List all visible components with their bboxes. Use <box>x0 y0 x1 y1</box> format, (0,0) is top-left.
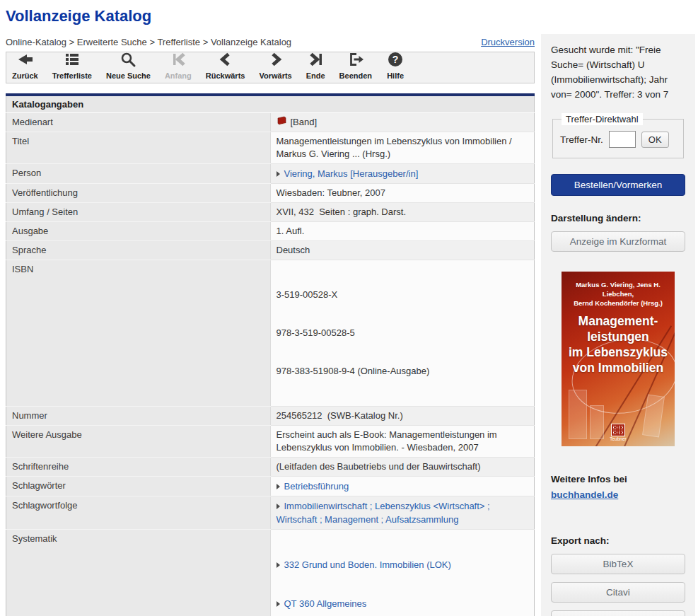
order-reserve-button[interactable]: Bestellen/Vormerken <box>551 174 685 196</box>
row-label: Systematik <box>6 530 271 616</box>
more-info-label: Weitere Infos bei <box>551 472 685 487</box>
treffer-nr-input[interactable] <box>609 131 636 148</box>
series-value: (Leitfaden des Baubetriebs und der Bauwi… <box>270 458 535 477</box>
toolbar-button-vorwaerts[interactable]: Vorwärts <box>259 51 291 80</box>
title-value: Managementleistungen im Lebenszyklus von… <box>270 132 535 164</box>
display-change-label: Darstellung ändern: <box>551 213 685 223</box>
toolbar-button-beenden[interactable]: Beenden <box>339 51 372 80</box>
search-summary: Gesucht wurde mit: "Freie Suche= (Wirtsc… <box>551 42 685 102</box>
isbn-line: 978-383-51908-9-4 (Online-Ausgabe) <box>277 365 529 378</box>
print-version-link[interactable]: Druckversion <box>481 37 535 47</box>
back-arrow-icon <box>16 51 34 71</box>
classification-link[interactable]: 332 Grund und Boden. Immobilien (LOK) <box>284 559 451 570</box>
catalog-row-ausgabe: Ausgabe 1. Aufl. <box>6 222 535 241</box>
direct-select-legend: Treffer-Direktwahl <box>562 113 643 125</box>
book-cover: Markus G. Viering, Jens H. Liebchen, Ber… <box>562 272 675 446</box>
row-label: Weitere Ausgabe <box>6 426 271 458</box>
breadcrumb: Online-Katalog > Erweiterte Suche > Tref… <box>6 37 291 47</box>
catalog-row-nummer: Nummer 254565212 (SWB-Katalog Nr.) <box>6 407 535 426</box>
search-icon <box>119 51 137 71</box>
isbn-line: 978-3-519-00528-5 <box>277 327 529 339</box>
row-label: Schlagwörter <box>6 477 271 496</box>
link-arrow-icon <box>277 601 280 607</box>
short-format-button[interactable]: Anzeige im Kurzformat <box>551 231 685 252</box>
catalog-row-systematik: Systematik 332 Grund und Boden. Immobili… <box>6 530 535 616</box>
subject-link[interactable]: Betriebsführung <box>284 481 349 492</box>
catalog-table: Katalogangaben Medienart [Band] Titel Ma… <box>6 96 535 616</box>
previous-icon <box>216 51 235 71</box>
breadcrumb-row: Online-Katalog > Erweiterte Suche > Tref… <box>6 37 535 47</box>
export-label: Export nach: <box>551 535 685 546</box>
direct-select-fieldset: Treffer-Direktwahl Treffer-Nr. OK <box>552 113 684 158</box>
catalog-row-person: Person Viering, Markus [Herausgeber/in] <box>6 164 535 184</box>
row-label: ISBN <box>6 260 271 407</box>
row-label: Umfang / Seiten <box>6 203 271 222</box>
row-label: Medienart <box>6 113 271 132</box>
toolbar-button-neue-suche[interactable]: Neue Suche <box>106 51 151 80</box>
row-label: Ausgabe <box>6 222 271 241</box>
edition-value: 1. Aufl. <box>270 222 535 241</box>
page-title: Vollanzeige Katalog <box>6 7 535 25</box>
toolbar-button-rueckwaerts[interactable]: Rückwärts <box>206 51 245 80</box>
toolbar-button-anfang: Anfang <box>165 51 192 80</box>
exit-icon <box>347 51 365 71</box>
language-value: Deutsch <box>270 241 535 260</box>
row-label: Schriftenreihe <box>6 458 271 477</box>
row-label: Sprache <box>6 241 271 260</box>
catalog-row-sprache: Sprache Deutsch <box>6 241 535 260</box>
row-label: Person <box>6 164 271 184</box>
toolbar-button-zurueck[interactable]: Zurück <box>12 51 38 80</box>
catalog-row-medienart: Medienart [Band] <box>6 113 535 132</box>
catalog-row-isbn: ISBN 3-519-00528-X 978-3-519-00528-5 978… <box>6 260 535 407</box>
catalog-row-weitere-ausgabe: Weitere Ausgabe Erscheint auch als E-Boo… <box>6 426 535 458</box>
buchhandel-link[interactable]: buchhandel.de <box>551 489 618 500</box>
publisher-logo: Teubner <box>609 424 627 442</box>
subject-chain-link[interactable]: Immobilienwirtschaft ; Lebenszyklus <Wir… <box>277 501 493 525</box>
link-arrow-icon <box>277 171 280 177</box>
catalog-section-header: Katalogangaben <box>6 96 535 113</box>
isbn-line: 3-519-00528-X <box>277 289 529 301</box>
export-citavi-button[interactable]: Citavi <box>551 582 685 603</box>
row-label: Titel <box>6 132 271 164</box>
sidebar: Gesucht wurde mit: "Freie Suche= (Wirtsc… <box>541 34 695 616</box>
ok-button[interactable]: OK <box>641 132 669 148</box>
classification-link[interactable]: QT 360 Allgemeines <box>284 598 367 609</box>
extent-value: XVII, 432 Seiten : graph. Darst. <box>270 203 535 222</box>
row-label: Schlagwortfolge <box>6 496 271 530</box>
main-content: Vollanzeige Katalog Online-Katalog > Erw… <box>6 0 535 616</box>
toolbar-button-hilfe[interactable]: ? Hilfe <box>386 51 405 80</box>
list-icon <box>63 51 81 71</box>
catalog-row-veroeffentlichung: Veröffentlichung Wiesbaden: Teubner, 200… <box>6 184 535 203</box>
cover-decoration <box>569 390 587 439</box>
other-edition-value: Erscheint auch als E-Book: Managementlei… <box>270 426 535 458</box>
last-record-icon <box>306 51 325 71</box>
catalog-row-umfang: Umfang / Seiten XVII, 432 Seiten : graph… <box>6 203 535 222</box>
next-icon <box>267 51 285 71</box>
media-type-value: [Band] <box>291 116 318 129</box>
toolbar-button-trefferliste[interactable]: Trefferliste <box>52 51 92 80</box>
catalog-row-schlagwortfolge: Schlagwortfolge Immobilienwirtschaft ; L… <box>6 496 535 530</box>
catalog-row-schriftenreihe: Schriftenreihe (Leitfaden des Baubetrieb… <box>6 458 535 477</box>
export-endnote-button[interactable]: EndNote <box>551 610 685 616</box>
row-label: Veröffentlichung <box>6 184 271 203</box>
catalog-row-titel: Titel Managementleistungen im Lebenszykl… <box>6 132 535 164</box>
row-label: Nummer <box>6 407 271 426</box>
number-value: 254565212 (SWB-Katalog Nr.) <box>270 407 535 426</box>
toolbar-button-ende[interactable]: Ende <box>306 51 325 80</box>
svg-text:?: ? <box>392 54 399 65</box>
export-bibtex-button[interactable]: BibTeX <box>551 554 685 574</box>
catalog-row-schlagwoerter: Schlagwörter Betriebsführung <box>6 477 535 496</box>
cover-decoration <box>590 405 604 439</box>
cover-authors: Markus G. Viering, Jens H. Liebchen, Ber… <box>562 272 675 308</box>
link-arrow-icon <box>277 562 280 568</box>
treffer-nr-label: Treffer-Nr. <box>560 134 603 145</box>
link-arrow-icon <box>277 484 280 489</box>
toolbar: Zurück Trefferliste Neue Suche Anfang Rü… <box>6 52 535 83</box>
cover-title: Management- leistungen im Lebenszyklus v… <box>562 313 675 376</box>
link-arrow-icon <box>277 504 280 509</box>
first-record-icon <box>169 51 187 71</box>
person-link[interactable]: Viering, Markus [Herausgeber/in] <box>284 168 419 179</box>
book-icon <box>277 116 287 129</box>
publication-value: Wiesbaden: Teubner, 2007 <box>270 184 535 203</box>
help-icon: ? <box>386 51 405 71</box>
